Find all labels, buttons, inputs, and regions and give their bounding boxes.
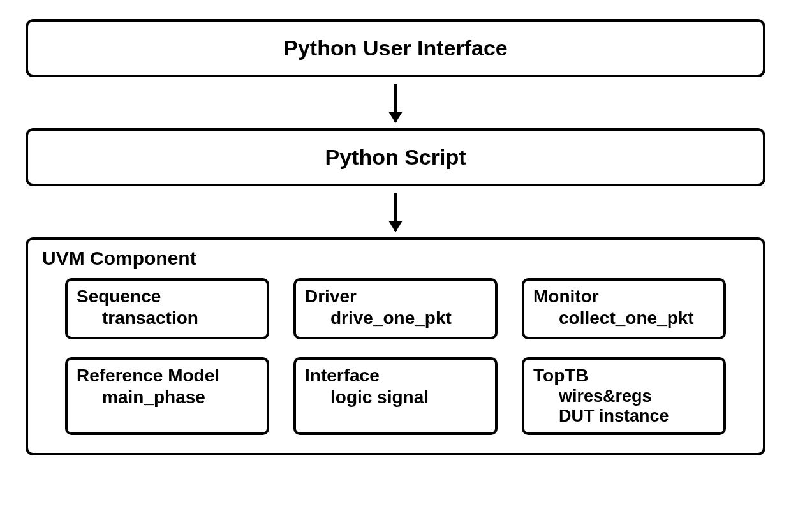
driver-title: Driver: [305, 286, 486, 307]
monitor-box: Monitor collect_one_pkt: [522, 278, 726, 339]
toptb-sub1: wires&regs: [533, 387, 714, 406]
arrow-1-container: [26, 77, 765, 128]
driver-sub: drive_one_pkt: [305, 307, 486, 329]
python-script-label: Python Script: [325, 145, 466, 169]
uvm-row-1: Sequence transaction Driver drive_one_pk…: [40, 278, 751, 339]
sequence-box: Sequence transaction: [65, 278, 269, 339]
refmodel-box: Reference Model main_phase: [65, 357, 269, 435]
arrow-down-icon: [394, 84, 397, 122]
sequence-sub: transaction: [77, 307, 258, 329]
uvm-row-2: Reference Model main_phase Interface log…: [40, 357, 751, 435]
interface-title: Interface: [305, 365, 486, 387]
toptb-sub2: DUT instance: [533, 406, 714, 426]
sequence-title: Sequence: [77, 286, 258, 307]
driver-box: Driver drive_one_pkt: [293, 278, 498, 339]
refmodel-title: Reference Model: [77, 365, 258, 387]
uvm-component-container: UVM Component Sequence transaction Drive…: [26, 237, 765, 455]
interface-sub: logic signal: [305, 387, 486, 408]
uvm-component-title: UVM Component: [40, 248, 751, 269]
monitor-sub: collect_one_pkt: [533, 307, 714, 329]
monitor-title: Monitor: [533, 286, 714, 307]
arrow-2-container: [26, 186, 765, 237]
interface-box: Interface logic signal: [293, 357, 498, 435]
python-ui-box: Python User Interface: [26, 19, 765, 77]
arrow-down-icon: [394, 193, 397, 231]
refmodel-sub: main_phase: [77, 387, 258, 408]
python-ui-label: Python User Interface: [283, 36, 507, 60]
toptb-title: TopTB: [533, 365, 714, 387]
toptb-box: TopTB wires&regs DUT instance: [522, 357, 726, 435]
python-script-box: Python Script: [26, 128, 765, 186]
